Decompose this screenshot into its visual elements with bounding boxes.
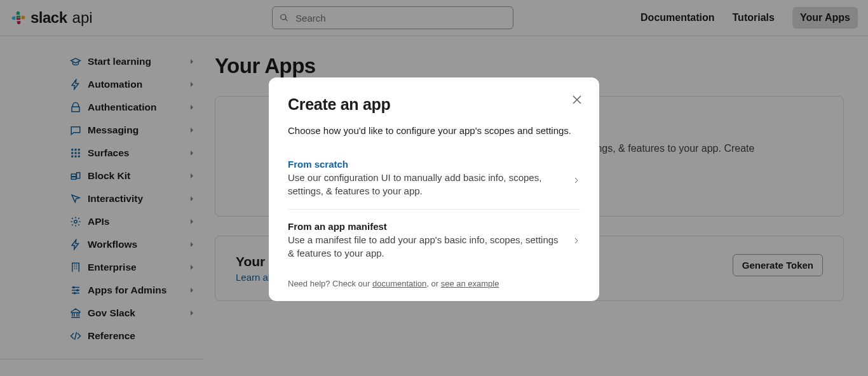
modal-subtitle: Choose how you'd like to configure your … <box>288 125 580 136</box>
option-desc: Use a manifest file to add your app's ba… <box>288 233 562 260</box>
option-desc: Use our configuration UI to manually add… <box>288 171 562 198</box>
option-title: From an app manifest <box>288 221 562 232</box>
example-link[interactable]: see an example <box>441 279 499 288</box>
create-app-modal: Create an app Choose how you'd like to c… <box>269 77 599 301</box>
option-from-scratch[interactable]: From scratch Use our configuration UI to… <box>288 151 580 209</box>
chevron-right-icon <box>573 237 580 245</box>
modal-title: Create an app <box>288 95 580 114</box>
option-from-manifest[interactable]: From an app manifest Use a manifest file… <box>288 209 580 271</box>
help-prefix: Need help? Check our <box>288 279 372 288</box>
help-mid: , or <box>426 279 440 288</box>
modal-footer: Need help? Check our documentation, or s… <box>288 271 580 288</box>
documentation-link[interactable]: documentation <box>372 279 426 288</box>
close-icon[interactable] <box>571 94 583 105</box>
modal-overlay[interactable]: Create an app Choose how you'd like to c… <box>0 0 868 376</box>
option-title: From scratch <box>288 159 562 170</box>
chevron-right-icon <box>573 177 580 184</box>
